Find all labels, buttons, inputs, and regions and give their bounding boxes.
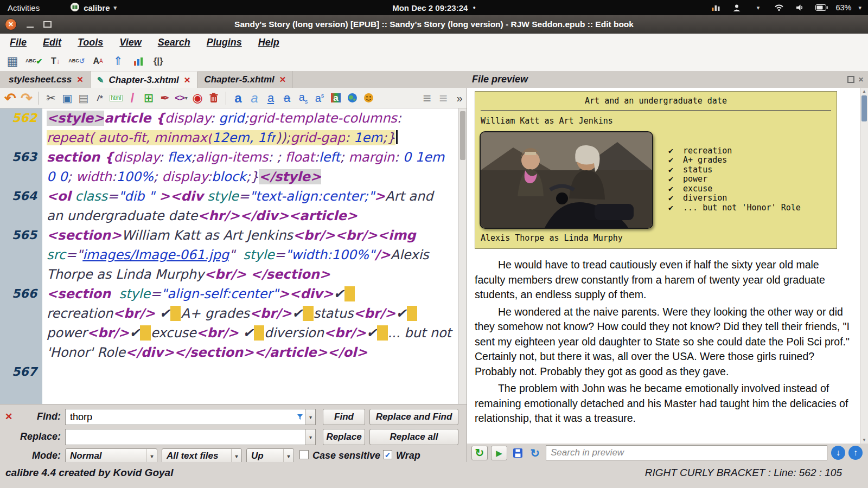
code-text[interactable] xyxy=(42,362,467,382)
redo-icon[interactable]: ↷ xyxy=(20,91,34,106)
slash-icon[interactable]: / xyxy=(125,91,139,106)
format-italic-icon[interactable]: a xyxy=(247,91,261,106)
cut-icon[interactable]: ✂ xyxy=(44,91,58,106)
find-button[interactable]: Find xyxy=(323,409,365,425)
lifebuoy-icon[interactable]: ◉ xyxy=(190,91,205,106)
menu-plugins[interactable]: Plugins xyxy=(207,37,242,48)
search-history-icon[interactable] xyxy=(296,413,304,421)
preview-scrollbar[interactable]: ▲ ▼ xyxy=(860,88,868,444)
volume-icon[interactable] xyxy=(793,0,807,15)
comment-icon[interactable]: /* xyxy=(93,91,107,106)
undo-icon[interactable]: ↶ xyxy=(3,91,17,106)
find-previous-button[interactable]: ↑ xyxy=(848,446,863,460)
tab-stylesheet.css[interactable]: stylesheet.css✕ xyxy=(2,71,91,88)
menu-search[interactable]: Search xyxy=(158,37,190,48)
code-editor[interactable]: 562<style>article {display: grid;grid-te… xyxy=(0,108,467,404)
menu-edit[interactable]: Edit xyxy=(43,37,61,48)
tab-close-icon[interactable]: ✕ xyxy=(279,75,286,85)
tab-Chapter-3.xhtml[interactable]: ✎Chapter-3.xhtml✕ xyxy=(91,71,198,88)
code-text[interactable]: <style>article {display: grid;grid-templ… xyxy=(42,108,467,147)
window-minimize-button[interactable] xyxy=(27,27,34,28)
reports-icon[interactable] xyxy=(131,54,145,69)
mode-select[interactable]: Normal ▾ xyxy=(65,448,157,464)
find-dropdown-icon[interactable]: ▾ xyxy=(305,409,315,425)
format-strike-icon[interactable]: a xyxy=(280,91,294,106)
activities-button[interactable]: Activities xyxy=(8,3,40,12)
editor-scrollbar-thumb[interactable] xyxy=(460,111,465,160)
trash-icon[interactable] xyxy=(207,91,221,106)
replace-button[interactable]: Replace xyxy=(323,429,365,445)
window-close-button[interactable]: ✕ xyxy=(5,18,17,30)
globe-icon[interactable] xyxy=(345,91,359,106)
align-center-icon[interactable]: ≡ xyxy=(436,91,450,106)
scope-select[interactable]: All text files ▾ xyxy=(162,448,242,464)
smiley-icon[interactable] xyxy=(361,91,375,106)
transform-case-icon[interactable]: T↓ xyxy=(48,54,62,69)
code-line-564[interactable]: 564<ol class="dib " ><div style="text-al… xyxy=(0,187,467,226)
tab-close-icon[interactable]: ✕ xyxy=(184,75,191,85)
style-pen-icon[interactable]: ✒ xyxy=(158,91,172,106)
direction-select[interactable]: Up ▾ xyxy=(246,448,294,464)
code-text[interactable]: section {display: flex;align-items: ; fl… xyxy=(42,147,467,187)
scroll-up-icon[interactable]: ▲ xyxy=(862,89,866,94)
close-preview-icon[interactable]: ✕ xyxy=(858,76,864,84)
find-input[interactable] xyxy=(66,412,296,423)
battery-icon[interactable] xyxy=(814,0,828,15)
code-text[interactable]: <section>William Katt as Art Jenkins<br/… xyxy=(42,226,467,284)
close-find-icon[interactable]: ✕ xyxy=(5,411,12,422)
spellcheck-icon[interactable]: ABC✔ xyxy=(25,54,42,69)
scroll-down-icon[interactable]: ▼ xyxy=(862,438,866,442)
code-text[interactable]: <ol class="dib " ><div style="text-align… xyxy=(42,187,467,226)
app-menu[interactable]: calibre ▾ xyxy=(70,2,117,14)
format-subscript-icon[interactable]: as xyxy=(296,91,310,106)
align-left-icon[interactable]: ≡ xyxy=(420,91,434,106)
replace-dropdown-icon[interactable]: ▾ xyxy=(305,429,315,445)
preview-search-input[interactable] xyxy=(546,445,827,460)
window-restore-button[interactable] xyxy=(43,21,52,28)
code-text[interactable]: <section style="align-self:center"><div>… xyxy=(42,284,467,362)
menu-view[interactable]: View xyxy=(119,37,141,48)
system-monitor-icon[interactable] xyxy=(709,0,723,15)
preview-scrollbar-thumb[interactable] xyxy=(861,95,867,121)
find-next-button[interactable]: ↓ xyxy=(831,446,845,460)
save-icon[interactable] xyxy=(510,445,525,460)
code-line-563[interactable]: 563section {display: flex;align-items: ;… xyxy=(0,147,467,187)
arrange-icon[interactable]: {|} xyxy=(151,54,165,69)
code-line-562[interactable]: 562<style>article {display: grid;grid-te… xyxy=(0,108,467,147)
format-underline-icon[interactable]: a xyxy=(264,91,278,106)
undock-icon[interactable] xyxy=(847,76,854,83)
replace-and-find-button[interactable]: Replace and Find xyxy=(369,409,458,425)
code-block-icon[interactable]: <>▾ xyxy=(174,91,188,106)
toolbar-more-icon[interactable]: » xyxy=(452,91,467,106)
clock[interactable]: Mon Dec 2 09:23:24 ● xyxy=(392,3,476,12)
caret-down-icon[interactable]: ▾ xyxy=(858,4,861,11)
tab-close-icon[interactable]: ✕ xyxy=(76,75,84,85)
reload-preview-button[interactable]: ↻ xyxy=(471,446,488,460)
tab-Chapter-5.xhtml[interactable]: Chapter-5.xhtml✕ xyxy=(197,71,293,88)
replace-input[interactable] xyxy=(66,432,305,443)
user-icon[interactable] xyxy=(730,0,744,15)
menu-help[interactable]: Help xyxy=(258,37,279,48)
wifi-icon[interactable] xyxy=(772,0,786,15)
check-spelling-icon[interactable]: ABC↺ xyxy=(68,54,85,69)
menu-file[interactable]: File xyxy=(10,37,27,48)
html-entity-icon[interactable]: html xyxy=(109,91,123,106)
replace-all-button[interactable]: Replace all xyxy=(369,429,458,445)
refresh-preview-icon[interactable]: ↻ xyxy=(528,445,542,460)
caret-down-icon[interactable]: ▾ xyxy=(751,0,765,15)
run-preview-button[interactable]: ▶ xyxy=(491,446,507,460)
code-line-565[interactable]: 565<section>William Katt as Art Jenkins<… xyxy=(0,226,467,284)
paste-icon[interactable]: ▤ xyxy=(76,91,91,106)
copy-icon[interactable]: ▣ xyxy=(60,91,74,106)
case-sensitive-checkbox[interactable] xyxy=(299,450,309,459)
editor-scrollbar[interactable] xyxy=(458,108,467,404)
menu-tools[interactable]: Tools xyxy=(78,37,103,48)
wrap-checkbox[interactable]: ✓ xyxy=(383,450,392,459)
code-line-566[interactable]: 566<section style="align-self:center"><d… xyxy=(0,284,467,362)
format-superscript-icon[interactable]: as xyxy=(312,91,327,106)
insert-tag-icon[interactable]: ⊞ xyxy=(142,91,156,106)
font-size-icon[interactable]: AA xyxy=(91,54,105,69)
code-line-567[interactable]: 567 xyxy=(0,362,467,382)
file-browser-icon[interactable]: ▦ xyxy=(5,54,20,69)
upload-book-icon[interactable]: ⇑ xyxy=(111,54,125,69)
